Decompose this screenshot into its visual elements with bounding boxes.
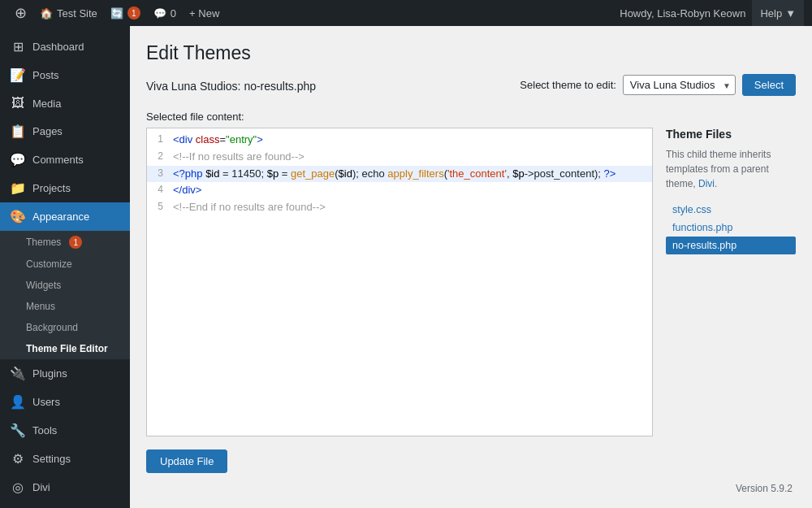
code-line-2: 2 <!--If no results are found--> — [147, 149, 652, 166]
update-file-button[interactable]: Update File — [146, 449, 227, 473]
adminbar-updates[interactable]: 🔄 1 — [104, 0, 147, 26]
theme-files-title: Theme Files — [666, 128, 796, 141]
sidebar-item-pages[interactable]: 📋 Pages — [0, 117, 130, 145]
sidebar-item-widgets[interactable]: Widgets — [0, 275, 130, 296]
sidebar-item-comments[interactable]: 💬 Comments — [0, 145, 130, 174]
select-theme-label: Select theme to edit: — [520, 79, 616, 91]
code-line-1: 1 <div class="entry"> — [147, 132, 652, 149]
code-editor[interactable]: 1 <div class="entry"> 2 <!--If no result… — [146, 128, 653, 436]
theme-files-desc: This child theme inherits templates from… — [666, 147, 796, 191]
file-link-functions-php[interactable]: functions.php — [666, 219, 796, 237]
sidebar-label-plugins: Plugins — [32, 367, 67, 380]
file-link-style-css[interactable]: style.css — [666, 201, 796, 219]
sidebar-item-users[interactable]: 👤 Users — [0, 388, 130, 416]
line-num-3: 3 — [147, 166, 170, 181]
theme-files-panel: Theme Files This child theme inherits te… — [666, 128, 796, 436]
wrap: Edit Themes Viva Luna Studios: no-result… — [146, 42, 796, 494]
wp-wrap: ⊞ Dashboard 📝 Posts 🖼 Media 📋 Pages 💬 Co… — [0, 26, 812, 508]
adminbar-comments[interactable]: 💬 0 — [147, 0, 183, 26]
line-num-5: 5 — [147, 199, 170, 215]
sidebar-item-wp-layouts[interactable]: ⊕ WP Layouts — [0, 501, 130, 508]
sidebar-label-themes: Themes — [26, 237, 61, 248]
admin-menu: ⊞ Dashboard 📝 Posts 🖼 Media 📋 Pages 💬 Co… — [0, 26, 130, 508]
sidebar-item-menus[interactable]: Menus — [0, 296, 130, 317]
media-icon: 🖼 — [10, 96, 26, 111]
sidebar-label-appearance: Appearance — [32, 211, 89, 223]
code-line-5: 5 <!--End if no results are found--> — [147, 199, 652, 216]
sidebar-item-posts[interactable]: 📝 Posts — [0, 61, 130, 89]
sidebar-label-comments: Comments — [32, 154, 84, 166]
sidebar-item-customize[interactable]: Customize — [0, 254, 130, 275]
sidebar-label-settings: Settings — [32, 453, 71, 465]
comments-count: 0 — [171, 7, 176, 20]
sidebar-item-dashboard[interactable]: ⊞ Dashboard — [0, 33, 130, 61]
pages-icon: 📋 — [10, 124, 26, 139]
line-num-4: 4 — [147, 182, 170, 198]
new-label: + New — [189, 7, 219, 20]
site-icon: 🏠 — [40, 7, 53, 20]
file-section-label: Selected file content: — [146, 111, 796, 123]
admin-bar: ⊕ 🏠 Test Site 🔄 1 💬 0 + New Howdy, Lisa-… — [0, 0, 812, 26]
sidebar-label-customize: Customize — [26, 258, 72, 270]
theme-selector-bar: Select theme to edit: Viva Luna Studios … — [520, 74, 796, 96]
sidebar-item-plugins[interactable]: 🔌 Plugins — [0, 359, 130, 388]
sidebar-item-background[interactable]: Background — [0, 317, 130, 338]
sidebar-item-projects[interactable]: 📁 Projects — [0, 174, 130, 202]
sidebar-label-users: Users — [32, 396, 60, 408]
sidebar-label-background: Background — [26, 322, 78, 333]
themes-badge: 1 — [69, 236, 82, 249]
wp-logo-icon[interactable]: ⊕ — [8, 4, 33, 22]
site-name: Test Site — [57, 7, 97, 20]
adminbar-new[interactable]: + New — [183, 0, 226, 26]
sidebar-item-tools[interactable]: 🔧 Tools — [0, 416, 130, 445]
updates-icon: 🔄 — [110, 7, 123, 20]
theme-select-dropdown[interactable]: Viva Luna Studios — [623, 75, 736, 95]
parent-theme-link[interactable]: Divi — [698, 178, 715, 189]
sidebar-label-posts: Posts — [32, 69, 59, 81]
adminbar-site[interactable]: 🏠 Test Site — [33, 0, 104, 26]
theme-select-wrap: Viva Luna Studios — [623, 75, 736, 95]
sidebar-item-theme-file-editor[interactable]: Theme File Editor — [0, 338, 130, 359]
file-link-no-results-php[interactable]: no-results.php — [666, 237, 796, 254]
tools-icon: 🔧 — [10, 423, 26, 438]
line-code-4: </div> — [170, 182, 205, 199]
plugins-icon: 🔌 — [10, 366, 26, 381]
updates-count: 1 — [127, 7, 140, 20]
sidebar-label-theme-file-editor: Theme File Editor — [26, 343, 108, 354]
sidebar-label-widgets: Widgets — [26, 280, 61, 291]
sidebar-item-divi[interactable]: ◎ Divi — [0, 473, 130, 501]
main-content: Edit Themes Viva Luna Studios: no-result… — [130, 26, 812, 508]
sidebar-label-dashboard: Dashboard — [32, 41, 84, 53]
help-chevron-icon: ▼ — [785, 7, 796, 20]
projects-icon: 📁 — [10, 180, 26, 196]
adminbar-user: Howdy, Lisa-Robyn Keown — [613, 7, 752, 20]
adminbar-help[interactable]: Help ▼ — [752, 0, 804, 26]
help-label: Help — [760, 7, 782, 20]
version-text: Version 5.9.2 — [146, 483, 796, 494]
line-num-2: 2 — [147, 149, 170, 164]
comments-menu-icon: 💬 — [10, 152, 26, 167]
sidebar-label-pages: Pages — [32, 125, 63, 137]
sidebar-item-themes[interactable]: Themes 1 — [0, 231, 130, 254]
sidebar-label-tools: Tools — [32, 424, 57, 436]
sidebar-item-media[interactable]: 🖼 Media — [0, 89, 130, 117]
sidebar-label-menus: Menus — [26, 301, 55, 312]
users-icon: 👤 — [10, 394, 26, 410]
dashboard-icon: ⊞ — [10, 39, 26, 54]
sidebar-label-media: Media — [32, 98, 61, 110]
page-title: Edit Themes — [146, 42, 796, 64]
sidebar-label-divi: Divi — [32, 481, 50, 493]
posts-icon: 📝 — [10, 67, 26, 83]
line-code-5: <!--End if no results are found--> — [170, 199, 329, 216]
select-button[interactable]: Select — [742, 74, 796, 96]
line-code-3: <?php $id = 11450; $p = get_page($id); e… — [170, 166, 619, 183]
sidebar-item-appearance[interactable]: 🎨 Appearance — [0, 202, 130, 231]
code-line-3: 3 <?php $id = 11450; $p = get_page($id);… — [147, 166, 652, 183]
file-content-wrap: 1 <div class="entry"> 2 <!--If no result… — [146, 128, 796, 436]
line-num-1: 1 — [147, 132, 170, 147]
settings-icon: ⚙ — [10, 451, 26, 467]
sidebar-item-settings[interactable]: ⚙ Settings — [0, 445, 130, 473]
appearance-icon: 🎨 — [10, 209, 26, 224]
page-subtitle: Viva Luna Studios: no-results.php — [146, 80, 316, 93]
sidebar-label-projects: Projects — [32, 182, 71, 194]
